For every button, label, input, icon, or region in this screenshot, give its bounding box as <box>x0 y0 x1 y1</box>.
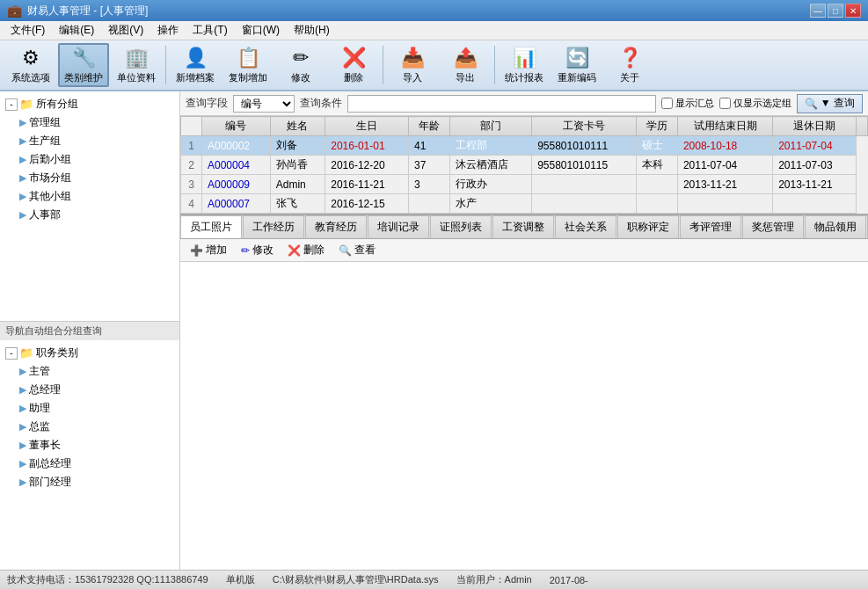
duty-item-5[interactable]: ▶ 副总经理 <box>4 454 176 473</box>
toolbar-unit-info[interactable]: 🏢 单位资料 <box>111 43 162 87</box>
tab-view-button[interactable]: 🔍 查看 <box>332 240 382 260</box>
tree-item-4[interactable]: ▶ 其他小组 <box>4 187 176 206</box>
tab-supplies[interactable]: 物品领用 <box>805 215 866 238</box>
tree-root[interactable]: - 📁 所有分组 <box>4 95 176 113</box>
tab-reward-punish[interactable]: 奖惩管理 <box>742 215 804 238</box>
table-cell <box>408 194 449 214</box>
table-row[interactable]: 4A000007张飞2016-12-15水产 <box>181 194 868 214</box>
toolbar-sys-select[interactable]: ⚙ 系统选项 <box>5 43 56 87</box>
toolbar-category-maint[interactable]: 🔧 类别维护 <box>58 43 109 87</box>
table-cell: 张飞 <box>270 194 325 214</box>
app-icon: 💼 <box>7 4 22 18</box>
tree-item-2[interactable]: ▶ 后勤小组 <box>4 150 176 169</box>
toolbar-delete[interactable]: ❌ 删除 <box>328 43 379 87</box>
tab-title-eval[interactable]: 职称评定 <box>617 215 679 238</box>
table-cell: 工程部 <box>450 136 532 156</box>
modify-icon: ✏ <box>293 47 309 69</box>
duty-label-5: 副总经理 <box>29 456 71 471</box>
tree-item-label-2: 后勤小组 <box>29 152 71 167</box>
table-cell: 孙尚香 <box>270 156 325 175</box>
toolbar-about[interactable]: ❓ 关于 <box>604 43 655 87</box>
menu-help[interactable]: 帮助(H) <box>287 21 337 40</box>
toolbar-new-file-label: 新增档案 <box>176 71 215 84</box>
table-cell: 41 <box>408 136 449 156</box>
table-cell: 3 <box>181 175 202 194</box>
about-icon: ❓ <box>618 47 642 69</box>
table-cell <box>532 175 637 194</box>
tabs-bar: 员工照片 工作经历 教育经历 培训记录 证照列表 工资调整 社会关系 职称评定 … <box>180 215 868 239</box>
menu-ops[interactable]: 操作 <box>150 21 186 40</box>
duty-item-6[interactable]: ▶ 部门经理 <box>4 473 176 491</box>
restore-button[interactable]: □ <box>828 4 843 18</box>
only-selected-group: 仅显示选定组 <box>719 97 791 110</box>
duty-tree-root[interactable]: - 📁 职务类别 <box>4 344 176 362</box>
duty-tree-expand[interactable]: - <box>5 347 18 360</box>
tab-perf-mgmt[interactable]: 考评管理 <box>680 215 741 238</box>
employee-table-container[interactable]: 编号 姓名 生日 年龄 部门 工资卡号 学历 试用结束日期 退休日期 1A000… <box>180 116 868 215</box>
tab-add-label: 增加 <box>206 243 227 258</box>
duty-tree[interactable]: - 📁 职务类别 ▶ 主管 ▶ 总经理 ▶ 助理 ▶ <box>0 340 179 570</box>
toolbar-import[interactable]: 📥 导入 <box>387 43 438 87</box>
toolbar-unit-info-label: 单位资料 <box>117 71 156 84</box>
tab-edu-exp[interactable]: 教育经历 <box>305 215 367 238</box>
tree-item-5[interactable]: ▶ 人事部 <box>4 206 176 224</box>
tree-root-expand[interactable]: - <box>5 98 18 111</box>
menu-file[interactable]: 文件(F) <box>4 21 52 40</box>
toolbar-copy-add[interactable]: 📋 复制增加 <box>222 43 274 87</box>
toolbar-new-file[interactable]: 👤 新增档案 <box>170 43 221 87</box>
show-summary-checkbox[interactable] <box>661 98 673 109</box>
toolbar-export-label: 导出 <box>456 71 475 84</box>
table-cell <box>636 194 677 214</box>
table-row[interactable]: 3A000009Admin2016-11-213行政办2013-11-21201… <box>181 175 868 194</box>
tree-item-3[interactable]: ▶ 市场分组 <box>4 169 176 187</box>
toolbar-stats-label: 统计报表 <box>505 71 543 84</box>
tree-item-1[interactable]: ▶ 生产组 <box>4 132 176 150</box>
tab-train[interactable]: 培训记录 <box>368 215 429 238</box>
close-button[interactable]: ✕ <box>845 4 861 18</box>
duty-node-icon-1: ▶ <box>19 384 26 396</box>
tab-social[interactable]: 社会关系 <box>555 215 616 238</box>
table-row[interactable]: 2A000004孙尚香2016-12-2037沐云栖酒店955801010115… <box>181 156 868 175</box>
tree-root-label: 所有分组 <box>36 97 78 112</box>
tree-item-label-5: 人事部 <box>29 207 61 222</box>
title-bar-title: 财易人事管理 - [人事管理] <box>27 4 810 18</box>
menu-view[interactable]: 视图(V) <box>101 21 150 40</box>
duty-item-2[interactable]: ▶ 助理 <box>4 399 176 418</box>
tab-work-exp[interactable]: 工作经历 <box>243 215 304 238</box>
menu-window[interactable]: 窗口(W) <box>235 21 287 40</box>
group-tree[interactable]: - 📁 所有分组 ▶ 管理组 ▶ 生产组 ▶ 后勤小组 ▶ <box>0 91 179 321</box>
toolbar-recode[interactable]: 🔄 重新编码 <box>551 43 602 87</box>
status-version: 单机版 <box>226 573 255 586</box>
table-cell: 2016-11-21 <box>325 175 409 194</box>
query-field-select[interactable]: 编号 姓名 部门 <box>233 95 295 113</box>
tab-salary-adj[interactable]: 工资调整 <box>492 215 554 238</box>
minimize-button[interactable]: — <box>810 4 826 18</box>
table-cell: 2008-10-18 <box>677 136 772 156</box>
query-condition-input[interactable] <box>347 95 656 113</box>
tab-add-button[interactable]: ➕ 增加 <box>184 240 233 260</box>
toolbar-modify[interactable]: ✏ 修改 <box>275 43 326 87</box>
duty-item-3[interactable]: ▶ 总监 <box>4 418 176 436</box>
duty-item-0[interactable]: ▶ 主管 <box>4 362 176 381</box>
table-row[interactable]: 1A000002刘备2016-01-0141工程部955801010111硕士2… <box>181 136 868 156</box>
tree-item-0[interactable]: ▶ 管理组 <box>4 113 176 132</box>
duty-item-4[interactable]: ▶ 董事长 <box>4 436 176 454</box>
status-data-path: C:\财易软件\财易人事管理\HRData.sys <box>273 573 439 586</box>
only-selected-label: 仅显示选定组 <box>733 97 791 110</box>
toolbar-export[interactable]: 📤 导出 <box>440 43 491 87</box>
status-user: 当前用户：Admin <box>456 573 532 586</box>
table-cell: 2 <box>181 156 202 175</box>
tab-photo[interactable]: 员工照片 <box>180 215 242 239</box>
tab-cert[interactable]: 证照列表 <box>430 215 492 238</box>
only-selected-checkbox[interactable] <box>719 98 731 109</box>
new-file-icon: 👤 <box>184 47 208 69</box>
duty-item-1[interactable]: ▶ 总经理 <box>4 381 176 399</box>
tab-delete-button[interactable]: ❌ 删除 <box>281 240 331 260</box>
category-maint-icon: 🔧 <box>72 47 96 69</box>
menu-edit[interactable]: 编辑(E) <box>52 21 101 40</box>
tab-modify-button[interactable]: ✏ 修改 <box>235 240 280 260</box>
menu-tools[interactable]: 工具(T) <box>186 21 234 40</box>
search-icon: 🔍 <box>805 98 818 110</box>
search-button[interactable]: 🔍 ▼ 查询 <box>797 94 863 113</box>
toolbar-stats-report[interactable]: 📊 统计报表 <box>499 43 550 87</box>
